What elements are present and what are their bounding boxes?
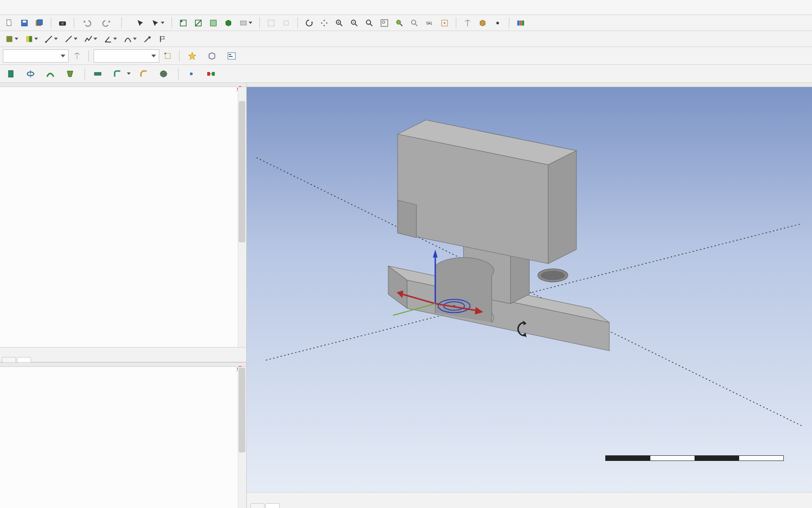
toolbar-main: ISO bbox=[0, 15, 812, 31]
svg-rect-50 bbox=[229, 54, 231, 55]
svg-point-57 bbox=[190, 72, 193, 75]
parameters-button[interactable] bbox=[224, 49, 242, 63]
iso-icon[interactable]: ISO bbox=[423, 17, 436, 29]
svg-point-34 bbox=[496, 22, 499, 24]
zoom-sel-icon[interactable] bbox=[393, 17, 406, 29]
tab-modeling[interactable] bbox=[17, 357, 31, 362]
svg-rect-14 bbox=[284, 21, 289, 25]
skinloft-button[interactable] bbox=[62, 67, 80, 80]
svg-point-42 bbox=[45, 41, 47, 43]
menu-concept[interactable] bbox=[27, 6, 39, 9]
svg-rect-12 bbox=[241, 21, 247, 25]
point-tool-icon[interactable] bbox=[491, 17, 504, 29]
select-cursor-dd-icon[interactable] bbox=[149, 17, 167, 29]
svg-rect-11 bbox=[211, 20, 217, 26]
left-column: 📌 📌 bbox=[0, 83, 247, 508]
menu-view[interactable] bbox=[64, 6, 75, 9]
new-sketch-icon[interactable] bbox=[161, 50, 174, 62]
svg-rect-2 bbox=[23, 20, 26, 23]
revolve-button[interactable] bbox=[23, 67, 40, 80]
tree-scrollbar[interactable] bbox=[238, 87, 246, 347]
swatch-split-icon[interactable] bbox=[23, 33, 40, 45]
plane-combo[interactable] bbox=[3, 49, 69, 63]
svg-point-25 bbox=[383, 21, 385, 23]
prev-zoom-icon[interactable] bbox=[408, 17, 421, 29]
swatch-green-icon[interactable] bbox=[3, 33, 21, 45]
right-column bbox=[247, 83, 812, 508]
details-view-panel bbox=[0, 367, 246, 508]
box-zoom-icon[interactable] bbox=[378, 17, 391, 29]
graphics-title bbox=[247, 83, 812, 87]
svg-rect-36 bbox=[520, 20, 522, 25]
sweep-button[interactable] bbox=[42, 67, 60, 80]
point-button[interactable] bbox=[183, 67, 201, 80]
menu-file[interactable] bbox=[3, 6, 14, 9]
filter-dd-icon[interactable] bbox=[237, 17, 255, 29]
tab-sketching[interactable] bbox=[2, 357, 16, 362]
svg-point-8 bbox=[181, 20, 183, 22]
pan-icon[interactable] bbox=[318, 17, 331, 29]
tab-model-view[interactable] bbox=[250, 503, 265, 508]
zoom-in-icon[interactable] bbox=[333, 17, 346, 29]
parameters-icon[interactable] bbox=[514, 17, 527, 29]
cube-icon[interactable] bbox=[476, 17, 489, 29]
blend-button[interactable] bbox=[109, 67, 134, 80]
redo-button[interactable] bbox=[99, 16, 117, 30]
svg-point-26 bbox=[397, 20, 401, 24]
svg-point-63 bbox=[541, 270, 565, 280]
filter-face-icon[interactable] bbox=[207, 17, 220, 29]
sketch-combo[interactable] bbox=[94, 49, 159, 63]
thin-surface-button[interactable] bbox=[90, 67, 108, 80]
polyline-tool-icon[interactable] bbox=[82, 33, 100, 45]
tab-print-preview[interactable] bbox=[265, 503, 280, 508]
zoom-fit-icon[interactable] bbox=[363, 17, 376, 29]
svg-line-43 bbox=[66, 36, 72, 42]
chamfer-button[interactable] bbox=[136, 67, 154, 80]
toolbar-features bbox=[0, 65, 812, 83]
share-topology-button[interactable] bbox=[204, 49, 222, 63]
svg-point-32 bbox=[444, 22, 445, 24]
line-tool-icon[interactable] bbox=[42, 33, 60, 45]
look-at-icon[interactable] bbox=[438, 17, 451, 29]
menu-units[interactable] bbox=[52, 6, 63, 9]
toolbar-context bbox=[0, 47, 812, 65]
zoom-out-icon[interactable] bbox=[348, 17, 361, 29]
extrude-button[interactable] bbox=[3, 67, 21, 80]
rotate-icon[interactable] bbox=[303, 17, 316, 29]
angle-tool-icon[interactable] bbox=[102, 33, 119, 45]
undo-button[interactable] bbox=[79, 16, 97, 30]
select-cursor-icon[interactable] bbox=[134, 17, 147, 29]
svg-rect-55 bbox=[94, 72, 101, 75]
details-scrollbar[interactable] bbox=[238, 367, 246, 508]
shrink-sel-icon[interactable] bbox=[280, 17, 293, 29]
expand-sel-icon[interactable] bbox=[265, 17, 278, 29]
new-plane-icon[interactable] bbox=[70, 50, 84, 62]
filter-vertex-icon[interactable] bbox=[177, 17, 190, 29]
svg-rect-4 bbox=[38, 19, 43, 24]
svg-point-22 bbox=[367, 20, 371, 24]
save-all-icon[interactable] bbox=[33, 17, 46, 29]
menu-tools[interactable] bbox=[39, 6, 51, 9]
svg-line-44 bbox=[145, 37, 150, 42]
new-icon[interactable] bbox=[3, 17, 16, 29]
filter-body-icon[interactable] bbox=[222, 17, 235, 29]
viewport-3d[interactable] bbox=[247, 87, 812, 492]
save-icon[interactable] bbox=[18, 17, 31, 29]
line-tool-2-icon[interactable] bbox=[62, 33, 80, 45]
menu-create[interactable] bbox=[15, 6, 26, 9]
svg-rect-52 bbox=[8, 71, 13, 77]
curve-tool-icon[interactable] bbox=[121, 33, 139, 45]
menu-help[interactable] bbox=[76, 6, 87, 9]
plane-tool-icon[interactable] bbox=[461, 17, 474, 29]
svg-rect-58 bbox=[207, 72, 210, 76]
arrow-tool-icon[interactable] bbox=[141, 33, 154, 45]
svg-line-29 bbox=[415, 24, 418, 26]
generate-button[interactable] bbox=[184, 49, 202, 63]
conversion-button[interactable] bbox=[203, 67, 221, 80]
capture-icon[interactable] bbox=[56, 17, 69, 29]
slice-button[interactable] bbox=[156, 67, 173, 80]
svg-line-10 bbox=[195, 20, 202, 26]
svg-rect-37 bbox=[522, 20, 524, 25]
filter-edge-icon[interactable] bbox=[192, 17, 205, 29]
flag-tool-icon[interactable] bbox=[156, 33, 169, 45]
